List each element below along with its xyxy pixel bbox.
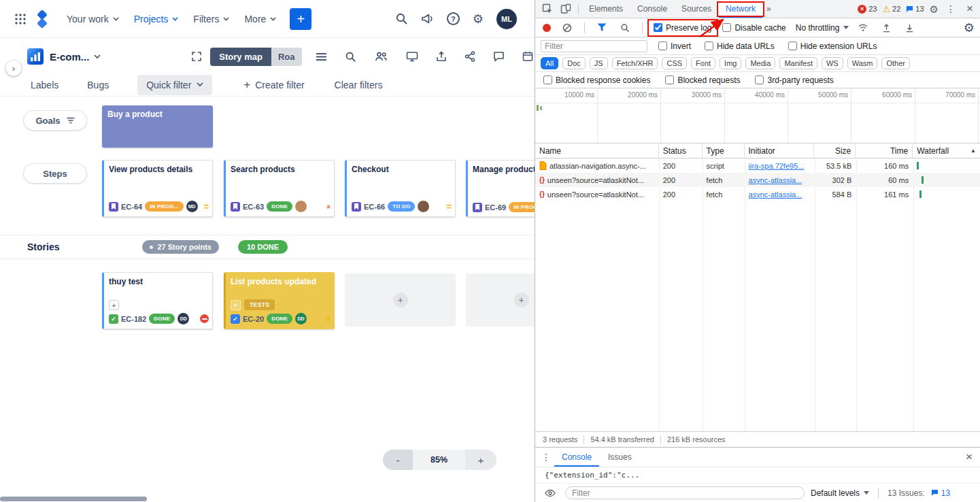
label-chip[interactable]: TESTS xyxy=(244,299,275,310)
devtools-settings-icon[interactable]: ⚙ xyxy=(930,4,939,14)
assignee-avatar[interactable]: DD xyxy=(295,313,307,324)
preserve-log-input[interactable] xyxy=(654,23,662,32)
network-filter-input[interactable] xyxy=(541,40,647,52)
add-label-button[interactable]: + xyxy=(109,300,119,310)
expand-sidebar-button[interactable]: › xyxy=(5,60,22,76)
calendar-icon[interactable] xyxy=(522,51,533,62)
blocked-requests-checkbox[interactable]: Blocked requests xyxy=(662,73,743,87)
message-count-badge[interactable]: 13 xyxy=(906,5,924,13)
request-initiator-link[interactable]: async-atlassia... xyxy=(749,176,802,184)
type-filter-css[interactable]: CSS xyxy=(662,57,687,69)
create-filter-button[interactable]: + Create filter xyxy=(243,79,304,90)
assignee-avatar[interactable] xyxy=(295,201,307,212)
device-toolbar-icon[interactable] xyxy=(557,1,575,16)
blocked-response-cookies-checkbox[interactable]: Blocked response cookies xyxy=(541,73,653,87)
throttling-dropdown[interactable]: No throttling xyxy=(796,23,849,33)
project-avatar[interactable] xyxy=(27,48,44,65)
add-label-button[interactable]: + xyxy=(231,300,241,310)
bugs-filter[interactable]: Bugs xyxy=(87,80,109,90)
horizontal-scrollbar[interactable] xyxy=(0,497,147,501)
story-card-selected[interactable]: List products updated + TESTS ✓ EC-20 DO… xyxy=(224,272,335,329)
nav-filters[interactable]: Filters xyxy=(186,8,236,30)
assignee-avatar[interactable]: DD xyxy=(178,313,189,324)
clear-network-log-icon[interactable] xyxy=(558,20,576,35)
blocked-requests-input[interactable] xyxy=(665,76,674,84)
network-settings-icon[interactable]: ⚙ xyxy=(964,22,975,34)
announcements-icon[interactable] xyxy=(421,13,434,24)
step-card[interactable]: Search products EC-63 DONE « xyxy=(224,160,335,217)
clear-filters-button[interactable]: Clear filters xyxy=(335,80,383,90)
hide-data-urls-input[interactable] xyxy=(705,41,713,50)
labels-filter[interactable]: Labels xyxy=(31,80,58,90)
help-icon[interactable]: ? xyxy=(447,12,460,25)
type-filter-doc[interactable]: Doc xyxy=(562,57,586,69)
board-search-icon[interactable] xyxy=(345,51,356,63)
column-header-name[interactable]: Name xyxy=(535,144,659,158)
type-filter-font[interactable]: Font xyxy=(691,57,715,69)
jira-logo[interactable] xyxy=(31,8,53,30)
filter-icon[interactable] xyxy=(593,20,611,35)
more-tabs-icon[interactable]: » xyxy=(763,4,775,14)
nav-more[interactable]: More xyxy=(237,8,283,30)
people-icon[interactable] xyxy=(374,51,388,62)
type-filter-fetch-xhr[interactable]: Fetch/XHR xyxy=(612,57,658,69)
user-avatar[interactable]: ML xyxy=(496,9,517,29)
column-header-status[interactable]: Status xyxy=(659,144,703,158)
share-icon[interactable] xyxy=(464,51,475,62)
type-filter-img[interactable]: Img xyxy=(720,57,741,69)
request-initiator-link[interactable]: async-atlassia... xyxy=(749,190,802,199)
type-filter-wasm[interactable]: Wasm xyxy=(847,57,878,69)
network-conditions-icon[interactable] xyxy=(854,20,872,35)
type-filter-other[interactable]: Other xyxy=(881,57,910,69)
step-card[interactable]: Manage products EC-69 IN PROG... xyxy=(466,160,535,217)
devtools-menu-icon[interactable]: ⋮ xyxy=(944,3,958,14)
column-header-size[interactable]: Size xyxy=(814,144,856,158)
fullscreen-icon[interactable] xyxy=(191,51,202,62)
tab-console[interactable]: Console xyxy=(630,0,674,18)
app-switcher-icon[interactable] xyxy=(10,8,31,30)
rows-icon[interactable] xyxy=(316,52,327,61)
drawer-tab-console[interactable]: Console xyxy=(554,448,599,467)
preserve-log-checkbox[interactable]: Preserve log xyxy=(651,21,714,35)
zoom-in-button[interactable]: + xyxy=(465,450,496,470)
network-request-row[interactable]: atlassian-navigation.async-... 200 scrip… xyxy=(535,158,980,173)
column-header-time[interactable]: Time xyxy=(856,144,913,158)
tab-elements[interactable]: Elements xyxy=(582,0,630,18)
story-map-toggle[interactable]: Story map xyxy=(210,48,271,66)
add-card-button[interactable]: + xyxy=(514,292,529,307)
invert-checkbox[interactable]: Invert xyxy=(656,39,694,53)
project-switcher-chevron-icon[interactable] xyxy=(94,54,101,59)
drawer-close-icon[interactable]: × xyxy=(962,450,976,464)
import-har-icon[interactable] xyxy=(877,20,895,35)
request-initiator-link[interactable]: jira-spa.72fe95... xyxy=(749,162,805,170)
inspect-element-icon[interactable] xyxy=(539,1,556,16)
settings-icon[interactable]: ⚙ xyxy=(473,13,484,25)
tab-network[interactable]: Network xyxy=(719,0,762,18)
hide-extension-urls-checkbox[interactable]: Hide extension URLs xyxy=(785,39,880,53)
devtools-close-icon[interactable]: × xyxy=(963,2,977,16)
type-filter-media[interactable]: Media xyxy=(745,57,775,69)
network-request-row[interactable]: {}unseen?source=atlaskitNot... 200 fetch… xyxy=(535,173,980,187)
hide-extension-urls-input[interactable] xyxy=(788,41,797,50)
network-overview-timeline[interactable]: 10000 ms 20000 ms 30000 ms 40000 ms 5000… xyxy=(535,88,980,144)
third-party-requests-checkbox[interactable]: 3rd-party requests xyxy=(752,73,836,87)
column-header-waterfall[interactable]: Waterfall▲ xyxy=(913,144,980,158)
export-icon[interactable] xyxy=(436,51,447,62)
column-header-type[interactable]: Type xyxy=(703,144,745,158)
create-issue-button[interactable]: + xyxy=(290,8,311,30)
type-filter-js[interactable]: JS xyxy=(590,57,608,69)
record-network-log-icon[interactable] xyxy=(543,24,551,32)
nav-projects[interactable]: Projects xyxy=(127,8,186,30)
blocked-response-cookies-input[interactable] xyxy=(543,76,552,84)
third-party-requests-input[interactable] xyxy=(755,76,764,84)
drawer-menu-icon[interactable]: ⋮ xyxy=(539,452,553,463)
story-card[interactable]: thuy test + ✓ EC-182 DONE DD xyxy=(102,272,213,329)
warning-count-badge[interactable]: ⚠22 xyxy=(882,5,900,14)
disable-cache-checkbox[interactable]: Disable cache xyxy=(720,21,788,35)
export-har-icon[interactable] xyxy=(900,20,918,35)
step-card[interactable]: View products details EC-64 IN PROG... M… xyxy=(102,160,213,217)
network-request-row[interactable]: {}unseen?source=atlaskitNot... 200 fetch… xyxy=(535,187,980,201)
nav-your-work[interactable]: Your work xyxy=(60,8,126,30)
tab-sources[interactable]: Sources xyxy=(675,0,718,18)
search-icon[interactable] xyxy=(395,12,408,25)
